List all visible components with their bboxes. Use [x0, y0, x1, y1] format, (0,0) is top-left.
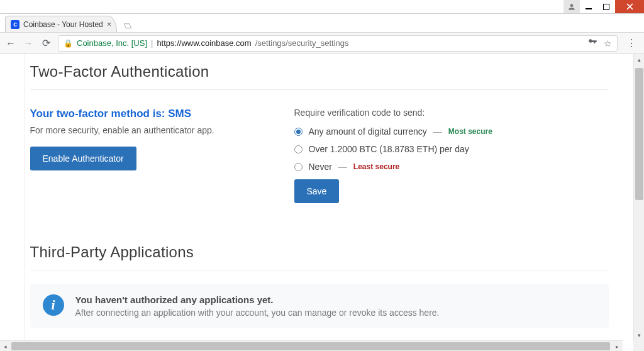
- horizontal-scroll-thumb[interactable]: [11, 342, 610, 350]
- twofa-subline: For more security, enable an authenticat…: [30, 125, 257, 135]
- info-icon: i: [43, 294, 64, 316]
- twofa-method-line: Your two-factor method is: SMS: [30, 108, 257, 120]
- ev-cert-org: Coinbase, Inc. [US]: [77, 38, 147, 48]
- url-path: /settings/security_settings: [255, 38, 349, 48]
- radio-icon: [294, 163, 303, 171]
- apps-empty-headline: You haven't authorized any applications …: [75, 294, 440, 305]
- window-minimize-button[interactable]: [580, 0, 597, 13]
- svg-rect-0: [586, 8, 592, 9]
- radio-icon: [294, 128, 303, 136]
- viewport: Two-Factor Authentication Your two-facto…: [0, 54, 644, 351]
- coinbase-favicon: c: [11, 20, 19, 29]
- option-label: Over 1.2000 BTC (18.8783 ETH) per day: [309, 144, 469, 154]
- vertical-scrollbar[interactable]: ▴ ▾: [633, 54, 644, 351]
- browser-menu-button[interactable]: ⋮: [624, 37, 639, 49]
- tab-title: Coinbase - Your Hosted: [23, 20, 103, 29]
- tab-strip: c Coinbase - Your Hosted ×: [0, 14, 644, 33]
- tab-close-icon[interactable]: ×: [107, 20, 112, 29]
- browser-tab[interactable]: c Coinbase - Your Hosted ×: [5, 16, 117, 32]
- scroll-left-arrow[interactable]: ◂: [0, 341, 11, 351]
- section-heading-2fa: Two-Factor Authentication: [30, 60, 609, 90]
- option-flag: Least secure: [353, 162, 399, 171]
- section-heading-apps: Third-Party Applications: [30, 241, 609, 270]
- window-titlebar: [0, 0, 644, 14]
- option-label: Never: [309, 162, 332, 172]
- user-account-icon[interactable]: [564, 0, 580, 13]
- apps-empty-sub: After connecting an application with you…: [75, 308, 440, 318]
- require-option-never[interactable]: Never — Least secure: [294, 162, 609, 172]
- apps-empty-panel: i You haven't authorized any application…: [30, 284, 609, 328]
- address-bar[interactable]: 🔒 Coinbase, Inc. [US] | https://www.coin…: [58, 35, 618, 52]
- require-option-threshold[interactable]: Over 1.2000 BTC (18.8783 ETH) per day: [294, 144, 609, 154]
- require-option-any[interactable]: Any amount of digital currency — Most se…: [294, 126, 609, 136]
- option-flag: Most secure: [448, 127, 492, 136]
- new-tab-button[interactable]: [121, 21, 135, 32]
- back-button[interactable]: ←: [5, 38, 16, 49]
- vertical-scroll-thumb[interactable]: [635, 68, 643, 200]
- reload-button[interactable]: ⟳: [40, 37, 52, 49]
- scroll-up-arrow[interactable]: ▴: [634, 54, 644, 65]
- radio-icon: [294, 145, 303, 153]
- lock-icon: 🔒: [64, 39, 73, 48]
- window-close-button[interactable]: [615, 0, 644, 13]
- option-label: Any amount of digital currency: [309, 126, 427, 136]
- scroll-down-arrow[interactable]: ▾: [634, 330, 644, 340]
- enable-authenticator-button[interactable]: Enable Authenticator: [30, 147, 136, 170]
- scroll-corner: [633, 340, 644, 351]
- browser-toolbar: ← → ⟳ 🔒 Coinbase, Inc. [US] | https://ww…: [0, 33, 644, 54]
- horizontal-scrollbar[interactable]: ◂ ▸: [0, 340, 623, 351]
- scroll-right-arrow[interactable]: ▸: [612, 341, 623, 351]
- bookmark-star-icon[interactable]: ☆: [604, 38, 612, 48]
- forward-button[interactable]: →: [23, 38, 34, 49]
- saved-password-key-icon[interactable]: [587, 37, 597, 49]
- url-host: https://www.coinbase.com: [157, 38, 251, 48]
- save-button[interactable]: Save: [294, 179, 340, 203]
- svg-rect-1: [604, 4, 609, 9]
- window-maximize-button[interactable]: [597, 0, 615, 13]
- require-code-label: Require verification code to send:: [294, 108, 609, 118]
